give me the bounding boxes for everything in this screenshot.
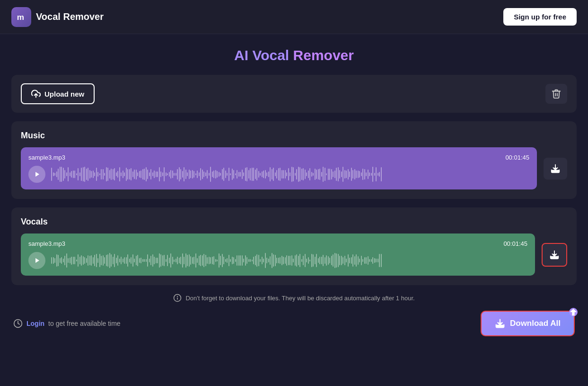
- music-player: sample3.mp3 00:01:45: [21, 147, 537, 189]
- vocals-play-button[interactable]: [28, 252, 45, 269]
- music-section: Music sample3.mp3 00:01:45: [11, 121, 577, 199]
- corner-badge: [569, 308, 578, 316]
- bottom-bar: Login to get free available time Downloa…: [11, 311, 577, 336]
- download-all-label: Download All: [510, 319, 561, 328]
- play-icon-vocals: [33, 257, 41, 264]
- music-label: Music: [21, 131, 567, 141]
- vocals-label: Vocals: [21, 217, 567, 227]
- notice-text: Don't forget to download your files. The…: [185, 295, 414, 302]
- music-track-info: sample3.mp3 00:01:45: [28, 154, 529, 161]
- main-content: AI Vocal Remover Upload new Music: [0, 34, 588, 350]
- vocals-controls: [28, 252, 527, 269]
- app-logo: m: [11, 7, 31, 27]
- music-controls: [28, 166, 529, 183]
- music-waveform: [51, 166, 529, 183]
- music-play-button[interactable]: [28, 166, 45, 183]
- login-link[interactable]: Login: [26, 320, 44, 327]
- app-name: Vocal Remover: [36, 11, 104, 22]
- page-title: AI Vocal Remover: [11, 47, 577, 63]
- upload-section: Upload new: [11, 75, 577, 113]
- vocals-track-row: sample3.mp3 00:01:45: [21, 233, 567, 276]
- download-all-button[interactable]: Download All: [481, 311, 575, 336]
- vocals-track-info: sample3.mp3 00:01:45: [28, 240, 527, 247]
- svg-text:m: m: [17, 13, 24, 22]
- vocals-filename: sample3.mp3: [28, 240, 65, 247]
- login-suffix: to get free available time: [48, 320, 121, 327]
- app-header: m Vocal Remover Sign up for free: [0, 0, 588, 34]
- svg-marker-4: [35, 258, 39, 263]
- upload-new-button[interactable]: Upload new: [21, 83, 95, 104]
- header-logo-area: m Vocal Remover: [11, 7, 104, 27]
- vocals-player: sample3.mp3 00:01:45: [21, 233, 535, 276]
- play-icon: [33, 171, 41, 178]
- download-icon-vocals: [549, 250, 560, 260]
- upload-icon: [31, 89, 41, 99]
- badge-icon: [569, 307, 578, 317]
- download-all-icon: [495, 318, 505, 329]
- title-remover: Remover: [293, 47, 354, 63]
- login-area: Login to get free available time: [13, 319, 121, 328]
- notice-bar: Don't forget to download your files. The…: [11, 294, 577, 302]
- music-duration: 00:01:45: [505, 154, 529, 161]
- music-track-row: sample3.mp3 00:01:45: [21, 147, 567, 189]
- svg-marker-2: [35, 172, 39, 177]
- title-ai: AI Vocal: [234, 47, 289, 63]
- music-filename: sample3.mp3: [28, 154, 65, 161]
- music-download-button[interactable]: [544, 158, 567, 180]
- vocals-duration: 00:01:45: [503, 240, 527, 247]
- vocals-section: Vocals sample3.mp3 00:01:45: [11, 207, 577, 285]
- delete-button[interactable]: [545, 84, 567, 104]
- signup-button[interactable]: Sign up for free: [503, 8, 577, 26]
- trash-icon: [551, 89, 562, 99]
- vocals-download-button[interactable]: [542, 243, 567, 267]
- info-icon: [173, 294, 182, 302]
- clock-icon: [13, 319, 23, 328]
- vocals-waveform: [51, 252, 527, 269]
- download-icon: [550, 163, 561, 174]
